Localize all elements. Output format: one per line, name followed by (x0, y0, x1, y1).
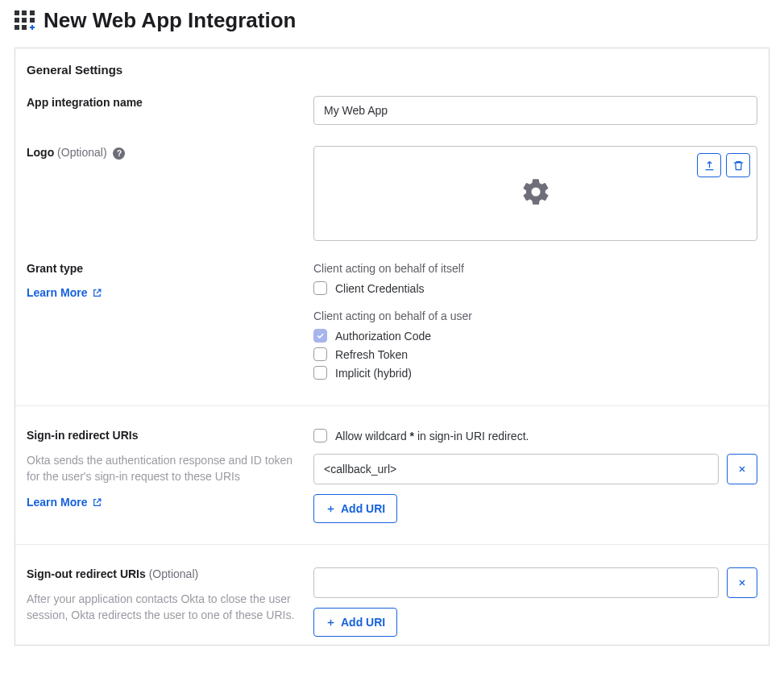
checkbox-refresh-token[interactable] (313, 347, 327, 361)
signin-helptext: Okta sends the authentication response a… (27, 453, 297, 484)
external-link-icon (92, 288, 102, 298)
trash-icon (732, 160, 745, 172)
signin-uri-input[interactable] (313, 454, 719, 484)
logo-label: Logo (Optional) ? (27, 146, 297, 160)
authorization-code-label: Authorization Code (335, 330, 431, 343)
row-grant-type: Grant type Learn More Client acting on b… (15, 262, 769, 405)
checkbox-wildcard[interactable] (313, 429, 327, 442)
row-signin-uris: Sign-in redirect URIs Okta sends the aut… (15, 405, 769, 544)
help-icon[interactable]: ? (113, 147, 125, 160)
grant-type-label: Grant type (27, 262, 297, 275)
add-signin-uri-button[interactable]: Add URI (313, 494, 397, 523)
row-signout-uris: Sign-out redirect URIs (Optional) After … (15, 544, 769, 645)
add-signout-uri-button[interactable]: Add URI (313, 608, 397, 637)
grant-learn-more-link[interactable]: Learn More (27, 286, 102, 299)
wildcard-text: Allow wildcard * in sign-in URI redirect… (335, 430, 529, 442)
checkbox-implicit[interactable] (313, 366, 327, 380)
grant-self-heading: Client acting on behalf of itself (313, 262, 757, 275)
logo-dropzone[interactable] (313, 146, 757, 241)
refresh-token-label: Refresh Token (335, 348, 408, 361)
grant-user-heading: Client acting on behalf of a user (313, 309, 757, 322)
app-name-input[interactable] (313, 96, 757, 125)
plus-icon (326, 617, 336, 628)
upload-logo-button[interactable] (697, 153, 721, 177)
signout-uris-label: Sign-out redirect URIs (Optional) (27, 567, 297, 580)
section-heading: General Settings (15, 48, 769, 96)
upload-icon (703, 160, 716, 172)
logo-optional-text: (Optional) (57, 146, 106, 159)
close-icon (737, 578, 747, 588)
app-name-label: App integration name (27, 96, 297, 109)
wildcard-row: Allow wildcard * in sign-in URI redirect… (313, 429, 757, 442)
row-app-name: App integration name (15, 96, 769, 146)
row-logo: Logo (Optional) ? (15, 146, 769, 262)
external-link-icon (92, 497, 102, 508)
close-icon (737, 464, 747, 474)
signout-uri-input[interactable] (313, 567, 719, 598)
gear-icon (521, 177, 551, 210)
check-icon (316, 331, 325, 340)
signout-optional-text: (Optional) (149, 567, 198, 580)
general-settings-panel: General Settings App integration name Lo… (15, 48, 769, 646)
page-title: New Web App Integration (44, 8, 296, 33)
plus-icon (326, 504, 336, 514)
app-grid-icon (15, 10, 35, 31)
delete-logo-button[interactable] (726, 153, 750, 177)
implicit-label: Implicit (hybrid) (335, 367, 412, 380)
signin-uris-label: Sign-in redirect URIs (27, 429, 297, 442)
remove-signout-uri-button[interactable] (727, 567, 757, 598)
client-credentials-label: Client Credentials (335, 282, 425, 295)
signout-helptext: After your application contacts Okta to … (27, 592, 297, 623)
signin-learn-more-link[interactable]: Learn More (27, 496, 102, 509)
remove-signin-uri-button[interactable] (727, 454, 757, 484)
checkbox-authorization-code[interactable] (313, 329, 327, 343)
checkbox-client-credentials[interactable] (313, 281, 327, 295)
